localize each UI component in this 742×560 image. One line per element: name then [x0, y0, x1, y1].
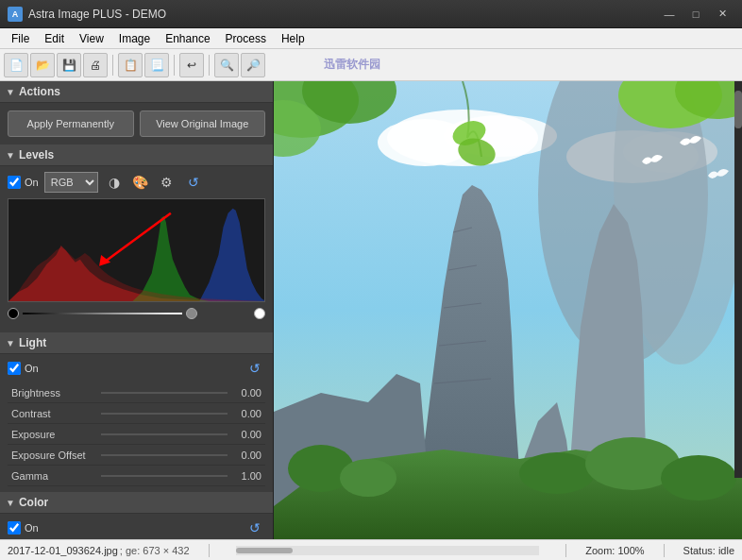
- gamma-slider-wrap: [97, 466, 231, 485]
- exposure-offset-slider-wrap: [97, 445, 231, 465]
- maximize-button[interactable]: □: [683, 5, 708, 24]
- toolbar-save[interactable]: 💾: [57, 53, 81, 77]
- toolbar-zoom-in[interactable]: 🔎: [241, 53, 265, 77]
- light-reset-icon[interactable]: ↺: [245, 358, 265, 379]
- histogram-svg: [8, 199, 264, 301]
- menu-image[interactable]: Image: [111, 30, 158, 47]
- title-bar-left: A Astra Image PLUS - DEMO: [8, 7, 166, 22]
- contrast-label: Contrast: [8, 408, 97, 419]
- actions-section-header[interactable]: ▼ Actions: [0, 81, 273, 103]
- brightness-track: [101, 392, 228, 394]
- color-on-label: On: [25, 522, 39, 534]
- exposure-offset-label: Exposure Offset: [8, 450, 97, 461]
- color-reset-icon[interactable]: ↺: [245, 518, 265, 538]
- levels-header-label: Levels: [19, 148, 54, 161]
- minimize-button[interactable]: —: [657, 5, 682, 24]
- exposure-slider-wrap: [97, 424, 231, 444]
- color-header-label: Color: [19, 496, 48, 509]
- gamma-track: [101, 475, 228, 477]
- window-title: Astra Image PLUS - DEMO: [28, 8, 166, 21]
- color-content: On ↺ Saturation 0.00: [0, 514, 273, 539]
- status-separator-3: [664, 544, 665, 557]
- window-controls: — □ ✕: [657, 5, 734, 24]
- close-button[interactable]: ✕: [710, 5, 734, 24]
- exposure-offset-value: 0.00: [231, 450, 265, 461]
- color-on-checkbox[interactable]: [8, 521, 21, 535]
- brightness-slider-wrap: [97, 382, 231, 402]
- levels-on-checkbox[interactable]: [8, 176, 21, 189]
- actions-collapse-icon: ▼: [6, 87, 15, 97]
- app-icon: A: [8, 7, 23, 22]
- toolbar: 📄 📂 💾 🖨 📋 📃 ↩ 🔍 🔎 迅雷软件园: [0, 49, 742, 81]
- left-panel: ▼ Actions Apply Permanently View Origina…: [0, 81, 274, 539]
- image-svg: [274, 81, 742, 539]
- filename-text: 2017-12-01_093624.jpg: [8, 545, 118, 556]
- levels-on-wrap: On: [8, 176, 39, 189]
- levels-controls-row: On RGB Red Green Blue ◑ 🎨 ⚙ ↺: [8, 172, 265, 193]
- levels-collapse-icon: ▼: [6, 150, 15, 161]
- midpoint-slider[interactable]: [186, 308, 197, 319]
- apply-permanently-button[interactable]: Apply Permanently: [8, 110, 134, 137]
- toolbar-open[interactable]: 📂: [30, 53, 55, 77]
- exposure-track: [101, 433, 228, 435]
- menu-bar: File Edit View Image Enhance Process Hel…: [0, 28, 742, 49]
- levels-color-icon[interactable]: 🎨: [130, 172, 151, 193]
- histogram-container: [8, 198, 265, 302]
- status-separator-2: [565, 544, 566, 557]
- levels-contrast-icon[interactable]: ◑: [104, 172, 125, 193]
- exposure-row: Exposure 0.00: [8, 424, 265, 445]
- menu-view[interactable]: View: [72, 30, 111, 47]
- light-content: On ↺ Brightness 0.00 Contrast 0.00: [0, 354, 273, 492]
- color-collapse-icon: ▼: [6, 498, 15, 508]
- zoom-status: Zoom: 100%: [585, 545, 644, 556]
- toolbar-separator-2: [174, 55, 175, 76]
- light-header-label: Light: [19, 336, 46, 349]
- menu-edit[interactable]: Edit: [37, 30, 72, 47]
- toolbar-zoom-out[interactable]: 🔍: [214, 53, 239, 77]
- toolbar-undo[interactable]: ↩: [179, 53, 204, 77]
- svg-point-13: [519, 452, 595, 494]
- light-on-checkbox[interactable]: [8, 362, 21, 375]
- view-original-button[interactable]: View Original Image: [140, 110, 266, 137]
- menu-process[interactable]: Process: [218, 30, 274, 47]
- toolbar-copy[interactable]: 📋: [118, 53, 143, 77]
- menu-help[interactable]: Help: [274, 30, 312, 47]
- gamma-value: 1.00: [231, 470, 265, 482]
- filename-status: 2017-12-01_093624.jpg ; ge: 673 × 432: [8, 545, 190, 556]
- levels-section-header[interactable]: ▼ Levels: [0, 144, 273, 166]
- exposure-label: Exposure: [8, 429, 97, 440]
- svg-point-15: [661, 455, 736, 501]
- white-point-slider[interactable]: [254, 308, 265, 319]
- exposure-value: 0.00: [231, 429, 265, 440]
- color-section-header[interactable]: ▼ Color: [0, 492, 273, 514]
- status-bar: 2017-12-01_093624.jpg ; ge: 673 × 432 Zo…: [0, 539, 742, 560]
- brightness-value: 0.00: [231, 387, 265, 399]
- toolbar-new[interactable]: 📄: [4, 53, 28, 77]
- image-size-text: ; ge: 673 × 432: [120, 545, 190, 556]
- contrast-track: [101, 413, 228, 415]
- color-on-wrap: On: [8, 521, 39, 535]
- toolbar-print[interactable]: 🖨: [83, 53, 108, 77]
- bottom-scrollbar-thumb: [236, 548, 293, 553]
- black-point-slider[interactable]: [8, 308, 19, 319]
- menu-file[interactable]: File: [4, 30, 37, 47]
- levels-settings-icon[interactable]: ⚙: [157, 172, 177, 193]
- contrast-value: 0.00: [231, 408, 265, 419]
- levels-content: On RGB Red Green Blue ◑ 🎨 ⚙ ↺: [0, 166, 273, 332]
- actions-content: Apply Permanently View Original Image: [0, 103, 273, 144]
- color-on-row: On ↺: [8, 518, 265, 538]
- status-separator-1: [209, 544, 210, 557]
- gamma-label: Gamma: [8, 470, 97, 482]
- toolbar-separator-1: [112, 55, 113, 76]
- actions-header-label: Actions: [19, 85, 60, 98]
- histogram-sliders: [8, 306, 265, 321]
- light-on-wrap: On: [8, 362, 39, 375]
- toolbar-paste[interactable]: 📃: [144, 53, 169, 77]
- exposure-offset-track: [101, 454, 228, 456]
- light-section-header[interactable]: ▼ Light: [0, 332, 273, 354]
- levels-reset-icon[interactable]: ↺: [183, 172, 204, 193]
- channel-select[interactable]: RGB Red Green Blue: [44, 172, 98, 193]
- toolbar-separator-3: [209, 55, 210, 76]
- menu-enhance[interactable]: Enhance: [158, 30, 217, 47]
- exposure-offset-row: Exposure Offset 0.00: [8, 445, 265, 466]
